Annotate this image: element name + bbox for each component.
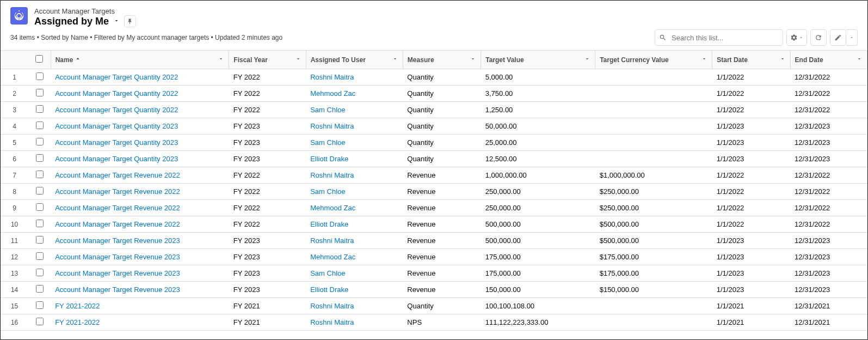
user-link[interactable]: Elliott Drake (310, 286, 348, 294)
name-link[interactable]: Account Manager Target Revenue 2023 (55, 253, 180, 261)
row-checkbox[interactable] (36, 252, 44, 260)
row-checkbox[interactable] (36, 89, 44, 96)
row-checkbox-cell (28, 135, 51, 151)
user-link[interactable]: Sam Chloe (310, 269, 345, 277)
name-link[interactable]: Account Manager Target Revenue 2022 (55, 220, 180, 228)
col-end-date[interactable]: End Date (790, 51, 867, 69)
name-link[interactable]: FY 2021-2022 (55, 318, 100, 326)
name-link[interactable]: Account Manager Target Revenue 2023 (55, 286, 180, 294)
user-link[interactable]: Elliott Drake (310, 155, 348, 163)
cell-target-currency (595, 314, 712, 331)
user-link[interactable]: Roshni Maitra (310, 73, 354, 81)
col-select-all[interactable] (28, 51, 51, 69)
col-menu-icon[interactable] (701, 56, 707, 64)
user-link[interactable]: Elliott Drake (310, 220, 348, 228)
listview-name[interactable]: Assigned by Me (34, 16, 109, 27)
row-checkbox[interactable] (36, 187, 44, 195)
select-all-checkbox[interactable] (35, 55, 43, 63)
col-menu-icon[interactable] (584, 56, 590, 64)
name-link[interactable]: Account Manager Target Quantity 2022 (55, 73, 178, 81)
cell-name: FY 2021-2022 (51, 298, 229, 314)
edit-button[interactable] (830, 29, 846, 46)
row-checkbox[interactable] (36, 318, 44, 325)
col-start-date[interactable]: Start Date (712, 51, 790, 69)
row-checkbox[interactable] (36, 105, 44, 113)
cell-end-date: 12/31/2022 (790, 86, 867, 102)
row-checkbox[interactable] (36, 122, 44, 129)
row-checkbox[interactable] (36, 269, 44, 276)
cell-measure: NPS (403, 314, 481, 331)
col-assigned-to[interactable]: Assigned To User (306, 51, 403, 69)
row-checkbox[interactable] (36, 285, 44, 293)
name-link[interactable]: Account Manager Target Revenue 2023 (55, 269, 180, 277)
row-checkbox[interactable] (36, 171, 44, 178)
user-link[interactable]: Roshni Maitra (310, 318, 354, 326)
col-user-label: Assigned To User (311, 56, 366, 64)
row-number: 15 (1, 298, 28, 314)
more-button[interactable] (846, 29, 858, 46)
name-link[interactable]: Account Manager Target Quantity 2023 (55, 155, 178, 163)
col-name[interactable]: Name (51, 51, 229, 69)
table-row: 15FY 2021-2022FY 2021Roshni MaitraQuanti… (1, 298, 867, 314)
name-link[interactable]: Account Manager Target Revenue 2022 (55, 187, 180, 196)
name-link[interactable]: Account Manager Target Quantity 2023 (55, 138, 178, 147)
col-menu-icon[interactable] (856, 56, 863, 64)
row-number: 13 (1, 265, 28, 282)
name-link[interactable]: Account Manager Target Quantity 2022 (55, 89, 178, 98)
user-link[interactable]: Roshni Maitra (310, 302, 354, 310)
list-controls-button[interactable] (786, 29, 807, 46)
col-target-currency[interactable]: Target Currency Value (595, 51, 712, 69)
cell-target-value: 500,000.00 (481, 216, 595, 233)
col-menu-icon[interactable] (218, 56, 224, 64)
cell-fy: FY 2022 (229, 216, 306, 233)
col-menu-icon[interactable] (295, 56, 301, 64)
user-link[interactable]: Mehmood Zac (310, 204, 355, 212)
name-link[interactable]: Account Manager Target Revenue 2022 (55, 204, 180, 212)
user-link[interactable]: Roshni Maitra (310, 122, 354, 130)
user-link[interactable]: Roshni Maitra (310, 171, 354, 179)
name-link[interactable]: FY 2021-2022 (55, 302, 100, 310)
name-link[interactable]: Account Manager Target Revenue 2023 (55, 236, 180, 245)
cell-fy: FY 2023 (229, 282, 306, 298)
cell-target-currency (595, 86, 712, 102)
cell-name: Account Manager Target Revenue 2023 (51, 282, 229, 298)
cell-target-value: 500,000.00 (481, 233, 595, 249)
name-link[interactable]: Account Manager Target Revenue 2022 (55, 171, 180, 179)
name-link[interactable]: Account Manager Target Quantity 2022 (55, 106, 178, 114)
user-link[interactable]: Roshni Maitra (310, 236, 354, 245)
col-menu-icon[interactable] (779, 56, 786, 64)
table-row: 7Account Manager Target Revenue 2022FY 2… (1, 167, 867, 184)
cell-target-currency: $250,000.00 (595, 200, 712, 216)
col-menu-icon[interactable] (470, 56, 476, 64)
col-measure[interactable]: Measure (403, 51, 481, 69)
row-checkbox[interactable] (36, 154, 44, 162)
listview-dropdown-icon[interactable] (113, 17, 120, 26)
row-checkbox[interactable] (36, 220, 44, 227)
col-fiscal-year[interactable]: Fiscal Year (229, 51, 306, 69)
col-menu-icon[interactable] (392, 56, 398, 64)
refresh-button[interactable] (810, 29, 827, 46)
row-number: 16 (1, 314, 28, 331)
row-checkbox[interactable] (36, 72, 44, 80)
user-link[interactable]: Sam Chloe (310, 187, 345, 196)
row-checkbox[interactable] (36, 203, 44, 211)
search-input[interactable] (655, 29, 783, 46)
cell-end-date: 12/31/2023 (790, 151, 867, 167)
user-link[interactable]: Sam Chloe (310, 138, 345, 147)
row-checkbox[interactable] (36, 236, 44, 244)
cell-target-value: 175,000.00 (481, 249, 595, 265)
row-checkbox[interactable] (36, 301, 44, 309)
name-link[interactable]: Account Manager Target Quantity 2023 (55, 122, 178, 130)
user-link[interactable]: Mehmood Zac (310, 253, 355, 261)
row-number: 6 (1, 151, 28, 167)
user-link[interactable]: Sam Chloe (310, 106, 345, 114)
cell-user: Roshni Maitra (306, 69, 403, 86)
row-checkbox[interactable] (36, 138, 44, 145)
cell-target-value: 12,500.00 (481, 151, 595, 167)
col-target-value[interactable]: Target Value (481, 51, 595, 69)
user-link[interactable]: Mehmood Zac (310, 89, 355, 98)
pin-button[interactable] (124, 15, 136, 27)
cell-name: Account Manager Target Quantity 2022 (51, 86, 229, 102)
cell-end-date: 12/31/2022 (790, 69, 867, 86)
cell-measure: Revenue (403, 265, 481, 282)
